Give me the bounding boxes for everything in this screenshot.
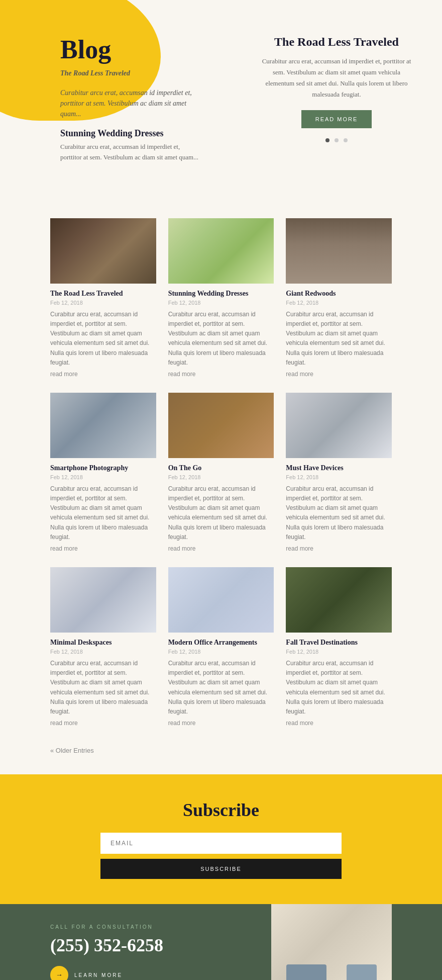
blog-card-text: Curabitur arcu erat, accumsan id imperdi… — [286, 659, 392, 717]
blog-card: Smartphone Photography Feb 12, 2018 Cura… — [50, 393, 156, 552]
blog-card-title: Must Have Devices — [286, 464, 392, 472]
blog-card-date: Feb 12, 2018 — [50, 300, 156, 306]
blog-card-title: Smartphone Photography — [50, 464, 156, 472]
blog-card: The Road Less Traveled Feb 12, 2018 Cura… — [50, 218, 156, 378]
blog-grid-section: The Road Less Traveled Feb 12, 2018 Cura… — [0, 203, 442, 737]
hero-right-content: The Road Less Traveled Curabitur arcu er… — [251, 20, 442, 159]
blog-card-image — [168, 567, 274, 633]
blog-card-title: Stunning Wedding Dresses — [168, 290, 274, 298]
blog-card-read-more[interactable]: read more — [168, 371, 274, 378]
blog-main-title: Blog — [60, 35, 201, 64]
blog-card-date: Feb 12, 2018 — [50, 474, 156, 480]
arrow-icon: → — [56, 971, 63, 979]
blog-card-read-more[interactable]: read more — [286, 720, 392, 727]
blog-card-text: Curabitur arcu erat, accumsan id imperdi… — [50, 659, 156, 717]
hero-right-title: The Road Less Traveled — [261, 35, 412, 49]
hero-featured-subtitle: The Road Less Traveled — [60, 68, 201, 78]
blog-card-title: Giant Redwoods — [286, 290, 392, 298]
hero-dot-1[interactable] — [325, 138, 329, 142]
subscribe-email-input[interactable] — [100, 833, 342, 854]
hero-dots — [261, 135, 412, 144]
blog-card-text: Curabitur arcu erat, accumsan id imperdi… — [50, 310, 156, 368]
blog-card-read-more[interactable]: read more — [168, 545, 274, 552]
hero-left-content: Blog The Road Less Traveled Curabitur ar… — [0, 20, 211, 173]
blog-card-image — [168, 393, 274, 458]
blog-card-title: Fall Travel Destinations — [286, 639, 392, 647]
blog-card-date: Feb 12, 2018 — [286, 474, 392, 480]
hero-section: Blog The Road Less Traveled Curabitur ar… — [0, 0, 442, 203]
read-more-button[interactable]: READ MORE — [301, 110, 372, 128]
blog-card-read-more[interactable]: read more — [50, 545, 156, 552]
blog-card-text: Curabitur arcu erat, accumsan id imperdi… — [168, 484, 274, 542]
hero-featured-text: Curabitur arcu erat, accumsan id imperdi… — [60, 87, 201, 119]
blog-card-image — [286, 393, 392, 458]
blog-card-date: Feb 12, 2018 — [168, 649, 274, 655]
blog-card-date: Feb 12, 2018 — [168, 474, 274, 480]
blog-card-image — [286, 218, 392, 284]
blog-card-date: Feb 12, 2018 — [50, 649, 156, 655]
older-entries-link[interactable]: « Older Entries — [0, 737, 442, 774]
subscribe-section: Subscribe SUBSCRIBE — [0, 774, 442, 904]
learn-more-circle[interactable]: → — [50, 966, 68, 980]
blog-card-read-more[interactable]: read more — [286, 371, 392, 378]
blog-card: On The Go Feb 12, 2018 Curabitur arcu er… — [168, 393, 274, 552]
blog-card: Giant Redwoods Feb 12, 2018 Curabitur ar… — [286, 218, 392, 378]
hero-dot-2[interactable] — [335, 138, 339, 142]
blog-card-text: Curabitur arcu erat, accumsan id imperdi… — [50, 484, 156, 542]
blog-card: Must Have Devices Feb 12, 2018 Curabitur… — [286, 393, 392, 552]
blog-card-read-more[interactable]: read more — [50, 720, 156, 727]
blog-card: Minimal Deskspaces Feb 12, 2018 Curabitu… — [50, 567, 156, 727]
blog-card-title: The Road Less Traveled — [50, 290, 156, 298]
blog-card-read-more[interactable]: read more — [50, 371, 156, 378]
hero-dot-3[interactable] — [344, 138, 348, 142]
blog-card-image — [168, 218, 274, 284]
hero-second-text: Curabitur arcu erat, accumsan id imperdi… — [60, 142, 201, 163]
blog-card-text: Curabitur arcu erat, accumsan id imperdi… — [286, 484, 392, 542]
learn-more-label[interactable]: LEARN MORE — [74, 972, 123, 978]
consultation-room-image — [271, 904, 392, 980]
blog-card-text: Curabitur arcu erat, accumsan id imperdi… — [168, 659, 274, 717]
hero-second-heading: Stunning Wedding Dresses — [60, 128, 201, 139]
blog-card-image — [50, 393, 156, 458]
blog-grid: The Road Less Traveled Feb 12, 2018 Cura… — [50, 218, 392, 727]
blog-card-title: On The Go — [168, 464, 274, 472]
blog-card-date: Feb 12, 2018 — [168, 300, 274, 306]
blog-card-read-more[interactable]: read more — [286, 545, 392, 552]
blog-card-date: Feb 12, 2018 — [286, 300, 392, 306]
blog-card-date: Feb 12, 2018 — [286, 649, 392, 655]
blog-card-image — [50, 218, 156, 284]
blog-card: Stunning Wedding Dresses Feb 12, 2018 Cu… — [168, 218, 274, 378]
subscribe-title: Subscribe — [100, 799, 342, 821]
blog-card-image — [50, 567, 156, 633]
blog-card: Modern Office Arrangements Feb 12, 2018 … — [168, 567, 274, 727]
blog-card-read-more[interactable]: read more — [168, 720, 274, 727]
blog-card-image — [286, 567, 392, 633]
blog-card-title: Modern Office Arrangements — [168, 639, 274, 647]
blog-card-title: Minimal Deskspaces — [50, 639, 156, 647]
blog-card: Fall Travel Destinations Feb 12, 2018 Cu… — [286, 567, 392, 727]
hero-right-text: Curabitur arcu erat, accumsan id imperdi… — [261, 56, 412, 100]
consultation-section: CALL FOR A CONSULTATION (255) 352-6258 →… — [0, 904, 442, 980]
blog-card-text: Curabitur arcu erat, accumsan id imperdi… — [168, 310, 274, 368]
blog-card-text: Curabitur arcu erat, accumsan id imperdi… — [286, 310, 392, 368]
subscribe-button[interactable]: SUBSCRIBE — [100, 859, 342, 879]
